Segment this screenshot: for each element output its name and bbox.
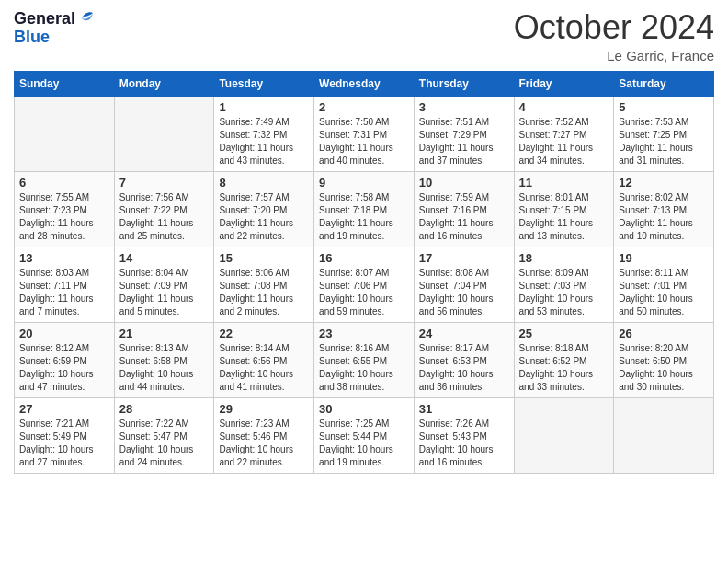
calendar-cell: 13Sunrise: 8:03 AMSunset: 7:11 PMDayligh…	[15, 247, 115, 322]
weekday-header-sunday: Sunday	[15, 71, 115, 96]
day-info: Sunrise: 8:18 AMSunset: 6:52 PMDaylight:…	[519, 342, 609, 394]
day-number: 15	[219, 251, 309, 265]
day-number: 27	[19, 402, 109, 416]
day-info: Sunrise: 7:57 AMSunset: 7:20 PMDaylight:…	[219, 191, 309, 243]
calendar-cell: 2Sunrise: 7:50 AMSunset: 7:31 PMDaylight…	[314, 96, 415, 171]
day-number: 3	[419, 100, 509, 114]
calendar-cell: 14Sunrise: 8:04 AMSunset: 7:09 PMDayligh…	[114, 247, 214, 322]
calendar-cell: 20Sunrise: 8:12 AMSunset: 6:59 PMDayligh…	[15, 322, 115, 397]
day-info: Sunrise: 7:56 AMSunset: 7:22 PMDaylight:…	[119, 191, 210, 243]
day-number: 7	[119, 176, 210, 190]
day-number: 31	[419, 402, 509, 416]
day-info: Sunrise: 7:55 AMSunset: 7:23 PMDaylight:…	[19, 191, 109, 243]
day-number: 14	[119, 251, 210, 265]
calendar-cell: 4Sunrise: 7:52 AMSunset: 7:27 PMDaylight…	[514, 96, 614, 171]
day-number: 26	[619, 327, 709, 340]
calendar-cell: 16Sunrise: 8:07 AMSunset: 7:06 PMDayligh…	[314, 247, 415, 322]
day-info: Sunrise: 8:08 AMSunset: 7:04 PMDaylight:…	[419, 267, 509, 318]
weekday-header-friday: Friday	[514, 71, 614, 96]
page: General Blue October 2024 Le Garric, Fra…	[0, 0, 728, 563]
day-info: Sunrise: 7:50 AMSunset: 7:31 PMDaylight:…	[319, 116, 409, 167]
day-info: Sunrise: 8:12 AMSunset: 6:59 PMDaylight:…	[19, 342, 109, 394]
day-number: 8	[219, 176, 309, 190]
calendar-cell: 17Sunrise: 8:08 AMSunset: 7:04 PMDayligh…	[414, 247, 514, 322]
day-number: 9	[319, 176, 409, 190]
day-info: Sunrise: 7:26 AMSunset: 5:43 PMDaylight:…	[419, 418, 509, 469]
day-info: Sunrise: 8:04 AMSunset: 7:09 PMDaylight:…	[119, 267, 210, 318]
day-number: 19	[619, 251, 709, 265]
weekday-header-wednesday: Wednesday	[314, 71, 415, 96]
day-info: Sunrise: 8:16 AMSunset: 6:55 PMDaylight:…	[319, 342, 409, 394]
day-number: 12	[619, 176, 709, 190]
calendar-cell: 19Sunrise: 8:11 AMSunset: 7:01 PMDayligh…	[614, 247, 714, 322]
day-number: 29	[219, 402, 309, 416]
day-number: 17	[419, 251, 509, 265]
calendar-cell: 24Sunrise: 8:17 AMSunset: 6:53 PMDayligh…	[414, 322, 514, 397]
logo-text: General Blue	[14, 9, 97, 47]
location: Le Garric, France	[514, 48, 714, 63]
day-number: 6	[19, 176, 109, 190]
calendar-cell: 15Sunrise: 8:06 AMSunset: 7:08 PMDayligh…	[214, 247, 314, 322]
week-row-1: 1Sunrise: 7:49 AMSunset: 7:32 PMDaylight…	[15, 96, 714, 171]
calendar-cell: 12Sunrise: 8:02 AMSunset: 7:13 PMDayligh…	[614, 171, 714, 247]
calendar-cell: 25Sunrise: 8:18 AMSunset: 6:52 PMDayligh…	[514, 322, 614, 397]
calendar-cell: 23Sunrise: 8:16 AMSunset: 6:55 PMDayligh…	[314, 322, 415, 397]
header: General Blue October 2024 Le Garric, Fra…	[14, 9, 714, 63]
day-info: Sunrise: 8:20 AMSunset: 6:50 PMDaylight:…	[619, 342, 709, 394]
day-number: 30	[319, 402, 409, 416]
day-number: 1	[219, 100, 309, 114]
calendar-cell: 28Sunrise: 7:22 AMSunset: 5:47 PMDayligh…	[114, 397, 214, 473]
calendar-cell: 29Sunrise: 7:23 AMSunset: 5:46 PMDayligh…	[214, 397, 314, 473]
day-info: Sunrise: 8:02 AMSunset: 7:13 PMDaylight:…	[619, 191, 709, 243]
day-info: Sunrise: 7:53 AMSunset: 7:25 PMDaylight:…	[619, 116, 709, 167]
weekday-header-row: SundayMondayTuesdayWednesdayThursdayFrid…	[15, 71, 714, 96]
day-number: 2	[319, 100, 409, 114]
day-info: Sunrise: 8:07 AMSunset: 7:06 PMDaylight:…	[319, 267, 409, 318]
day-info: Sunrise: 8:17 AMSunset: 6:53 PMDaylight:…	[419, 342, 509, 394]
week-row-3: 13Sunrise: 8:03 AMSunset: 7:11 PMDayligh…	[15, 247, 714, 322]
calendar-cell: 21Sunrise: 8:13 AMSunset: 6:58 PMDayligh…	[114, 322, 214, 397]
day-info: Sunrise: 7:49 AMSunset: 7:32 PMDaylight:…	[219, 116, 309, 167]
week-row-5: 27Sunrise: 7:21 AMSunset: 5:49 PMDayligh…	[15, 397, 714, 473]
weekday-header-tuesday: Tuesday	[214, 71, 314, 96]
title-area: October 2024 Le Garric, France	[514, 9, 714, 63]
weekday-header-monday: Monday	[114, 71, 214, 96]
day-number: 21	[119, 327, 210, 340]
day-number: 4	[519, 100, 609, 114]
day-info: Sunrise: 7:21 AMSunset: 5:49 PMDaylight:…	[19, 418, 109, 469]
day-info: Sunrise: 8:06 AMSunset: 7:08 PMDaylight:…	[219, 267, 309, 318]
calendar-cell: 5Sunrise: 7:53 AMSunset: 7:25 PMDaylight…	[614, 96, 714, 171]
day-number: 24	[419, 327, 509, 340]
day-info: Sunrise: 7:23 AMSunset: 5:46 PMDaylight:…	[219, 418, 309, 469]
day-number: 25	[519, 327, 609, 340]
day-number: 23	[319, 327, 409, 340]
calendar-cell: 7Sunrise: 7:56 AMSunset: 7:22 PMDaylight…	[114, 171, 214, 247]
calendar-cell: 9Sunrise: 7:58 AMSunset: 7:18 PMDaylight…	[314, 171, 415, 247]
calendar-cell: 6Sunrise: 7:55 AMSunset: 7:23 PMDaylight…	[15, 171, 115, 247]
day-info: Sunrise: 7:51 AMSunset: 7:29 PMDaylight:…	[419, 116, 509, 167]
day-number: 5	[619, 100, 709, 114]
day-info: Sunrise: 8:01 AMSunset: 7:15 PMDaylight:…	[519, 191, 609, 243]
weekday-header-saturday: Saturday	[614, 71, 714, 96]
calendar-cell: 18Sunrise: 8:09 AMSunset: 7:03 PMDayligh…	[514, 247, 614, 322]
day-info: Sunrise: 7:59 AMSunset: 7:16 PMDaylight:…	[419, 191, 509, 243]
calendar-cell: 8Sunrise: 7:57 AMSunset: 7:20 PMDaylight…	[214, 171, 314, 247]
day-info: Sunrise: 7:52 AMSunset: 7:27 PMDaylight:…	[519, 116, 609, 167]
day-number: 10	[419, 176, 509, 190]
week-row-4: 20Sunrise: 8:12 AMSunset: 6:59 PMDayligh…	[15, 322, 714, 397]
day-info: Sunrise: 7:22 AMSunset: 5:47 PMDaylight:…	[119, 418, 210, 469]
calendar-cell: 27Sunrise: 7:21 AMSunset: 5:49 PMDayligh…	[15, 397, 115, 473]
logo: General Blue	[14, 9, 97, 47]
day-info: Sunrise: 8:13 AMSunset: 6:58 PMDaylight:…	[119, 342, 210, 394]
day-info: Sunrise: 8:11 AMSunset: 7:01 PMDaylight:…	[619, 267, 709, 318]
day-number: 13	[19, 251, 109, 265]
calendar-table: SundayMondayTuesdayWednesdayThursdayFrid…	[14, 71, 714, 474]
day-info: Sunrise: 7:25 AMSunset: 5:44 PMDaylight:…	[319, 418, 409, 469]
month-title: October 2024	[514, 9, 714, 46]
calendar-cell: 30Sunrise: 7:25 AMSunset: 5:44 PMDayligh…	[314, 397, 415, 473]
day-info: Sunrise: 7:58 AMSunset: 7:18 PMDaylight:…	[319, 191, 409, 243]
calendar-cell: 31Sunrise: 7:26 AMSunset: 5:43 PMDayligh…	[414, 397, 514, 473]
weekday-header-thursday: Thursday	[414, 71, 514, 96]
calendar-cell: 22Sunrise: 8:14 AMSunset: 6:56 PMDayligh…	[214, 322, 314, 397]
calendar-cell	[114, 96, 214, 171]
